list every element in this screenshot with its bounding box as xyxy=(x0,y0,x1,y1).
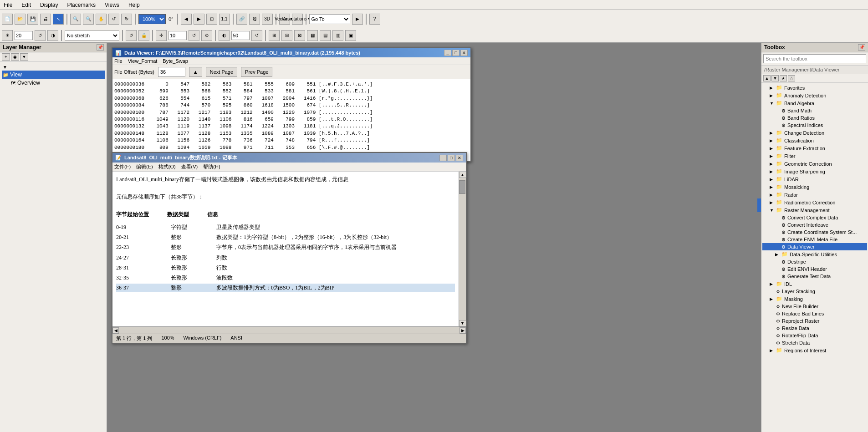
zoom-100-btn[interactable]: 1:1 xyxy=(219,14,230,25)
toolbox-filter[interactable]: ▶ 📁 Filter xyxy=(762,152,867,160)
np-menu-view[interactable]: 查看(V) xyxy=(181,163,198,170)
notepad-content[interactable]: Landsat8_OLI_multi_binary存储了一幅封装式遥感图像，该数… xyxy=(112,172,459,326)
toolbox-replace-bad-lines[interactable]: ⚙ Replace Bad Lines xyxy=(762,310,867,317)
tree-view-item[interactable]: 📁 View xyxy=(2,71,105,79)
open-btn[interactable]: 📂 xyxy=(15,14,26,25)
tree-collapse-all[interactable]: ▼ xyxy=(2,64,105,71)
pan-btn[interactable]: ✋ xyxy=(96,14,107,25)
toolbox-convert-complex[interactable]: ⚙ Convert Complex Data xyxy=(762,214,867,221)
dv-menu-file[interactable]: File xyxy=(114,58,123,64)
toolbox-classification[interactable]: ▶ 📁 Classification xyxy=(762,137,867,144)
data-viewer-minimize[interactable]: _ xyxy=(444,50,451,56)
toolbox-masking[interactable]: ▶ 📁 Masking xyxy=(762,295,867,303)
rotate-left-btn[interactable]: ↺ xyxy=(108,14,119,25)
toolbox-reproject-raster[interactable]: ⚙ Reproject Raster xyxy=(762,317,867,325)
brightness-input[interactable]: 20 xyxy=(15,31,33,40)
dv-menu-viewformat[interactable]: View_Format xyxy=(128,58,158,64)
lock-btn[interactable]: 🔒 xyxy=(138,30,149,41)
layout-btn7[interactable]: ▣ xyxy=(345,30,356,41)
next-view-btn[interactable]: ▶ xyxy=(194,14,204,25)
offset-spin-up[interactable]: ▲ xyxy=(189,67,202,77)
zoom-fit-btn[interactable]: ⊡ xyxy=(206,14,217,25)
save-btn[interactable]: 💾 xyxy=(27,14,38,25)
toolbox-search-input[interactable] xyxy=(763,54,866,63)
layout-btn5[interactable]: ▤ xyxy=(320,30,331,41)
toolbox-create-envi-meta[interactable]: ⚙ Create ENVI Meta File xyxy=(762,236,867,243)
toolbox-radar[interactable]: ▶ 📁 Radar xyxy=(762,191,867,198)
rotate-right-btn[interactable]: ↻ xyxy=(121,14,132,25)
reset-btn[interactable]: ⊙ xyxy=(201,30,212,41)
menu-views[interactable]: Views xyxy=(103,1,121,9)
layout-btn2[interactable]: ⊟ xyxy=(281,30,292,41)
toolbox-band-ratios[interactable]: ⚙ Band Ratios xyxy=(762,114,867,122)
toolbox-radiometric[interactable]: ▶ 📁 Radiometric Correction xyxy=(762,198,867,206)
toolbox-roi[interactable]: ▶ 📁 Regions of Interest xyxy=(762,346,867,354)
toolbox-geometric-correction[interactable]: ▶ 📁 Geometric Correction xyxy=(762,160,867,168)
np-menu-file[interactable]: 文件(F) xyxy=(114,163,131,170)
goto-btn[interactable]: ▶ xyxy=(352,14,363,25)
toolbox-idl[interactable]: ▶ 📁 IDL xyxy=(762,280,867,288)
toolbox-data-specific[interactable]: ▶ 📁 Data-Specific Utilities xyxy=(762,250,867,258)
next-page-btn[interactable]: Next Page xyxy=(206,67,237,77)
notepad-scrollbar[interactable]: ▲ ▼ xyxy=(459,172,466,326)
toolbox-change-detection[interactable]: ▶ 📁 Change Detection xyxy=(762,129,867,137)
layout-btn4[interactable]: ▦ xyxy=(307,30,318,41)
np-menu-help[interactable]: 帮助(H) xyxy=(203,163,220,170)
toolbox-anomaly[interactable]: ▶ 📁 Anomaly Detection xyxy=(762,91,867,99)
toolbox-lidar[interactable]: ▶ 📁 LiDAR xyxy=(762,175,867,183)
view3d-btn[interactable]: 3D xyxy=(262,14,273,25)
notepad-close[interactable]: ✕ xyxy=(456,155,463,161)
toolbox-spectral-indices[interactable]: ⚙ Spectral Indices xyxy=(762,122,867,129)
prev-view-btn[interactable]: ◀ xyxy=(181,14,192,25)
print-btn[interactable]: 🖨 xyxy=(40,14,51,25)
menu-edit[interactable]: Edit xyxy=(20,1,33,9)
link-btn[interactable]: 🔗 xyxy=(236,14,247,25)
offset-input[interactable] xyxy=(158,67,185,77)
hscroll-left-btn[interactable]: ◀ xyxy=(112,327,119,334)
dv-menu-byteswap[interactable]: Byte_Swap xyxy=(163,58,188,64)
toolbox-data-viewer[interactable]: ⚙ Data Viewer xyxy=(762,243,867,250)
toolbox-edit-envi-header[interactable]: ⚙ Edit ENVI Header xyxy=(762,265,867,273)
zoom-out-btn[interactable]: 🔍 xyxy=(83,14,94,25)
annotations-btn[interactable]: Annotations ▼ xyxy=(292,14,303,25)
toolbox-layer-stacking[interactable]: ⚙ Layer Stacking xyxy=(762,288,867,295)
notepad-titlebar[interactable]: 📝 Landsat8_OLI_multi_binary数据说明.txt - 记事… xyxy=(112,153,466,163)
refresh4-btn[interactable]: ↺ xyxy=(251,30,262,41)
brightness-btn[interactable]: ☀ xyxy=(2,30,13,41)
toolbox-resize-data[interactable]: ⚙ Resize Data xyxy=(762,325,867,332)
toolbox-raster-mgmt[interactable]: ▼ 📁 Raster Management xyxy=(762,206,867,214)
refresh3-btn[interactable]: ↺ xyxy=(189,30,199,41)
scroll-down-btn[interactable]: ▼ xyxy=(459,320,466,326)
scroll-up-btn[interactable]: ▲ xyxy=(459,172,466,178)
toolbox-feature-extraction[interactable]: ▶ 📁 Feature Extraction xyxy=(762,144,867,152)
stretch-select[interactable]: No stretch xyxy=(65,30,119,41)
unlink-btn[interactable]: ⛓ xyxy=(249,14,260,25)
toolbox-rotate-flip[interactable]: ⚙ Rotate/Flip Data xyxy=(762,332,867,339)
goto-select[interactable]: Go To xyxy=(309,14,350,24)
toolbox-nav-up[interactable]: ▲ xyxy=(763,75,771,81)
prev-page-btn[interactable]: Prev Page xyxy=(241,67,272,77)
layer-manager-pin[interactable]: 📌 xyxy=(97,44,104,51)
data-viewer-maximize[interactable]: □ xyxy=(452,50,460,56)
opacity-input[interactable]: 50 xyxy=(231,31,250,40)
layout-btn1[interactable]: ⊞ xyxy=(269,30,280,41)
opacity-btn[interactable]: ◐ xyxy=(219,30,230,41)
notepad-maximize[interactable]: □ xyxy=(448,155,455,161)
toolbox-nav-star[interactable]: ★ xyxy=(780,75,787,81)
toolbox-favorites[interactable]: ▶ 📁 Favorites xyxy=(762,84,867,91)
notepad-minimize[interactable]: _ xyxy=(439,155,447,161)
toolbox-destripe[interactable]: ⚙ Destripe xyxy=(762,258,867,265)
toolbox-nav-down[interactable]: ▼ xyxy=(771,75,779,81)
hscroll-right-btn[interactable]: ▶ xyxy=(460,327,466,334)
cursor2-btn[interactable]: ✛ xyxy=(156,30,167,41)
toolbox-band-math[interactable]: ⚙ Band Math xyxy=(762,107,867,114)
contrast-btn[interactable]: ◑ xyxy=(47,30,58,41)
toolbox-convert-interleave[interactable]: ⚙ Convert Interleave xyxy=(762,221,867,229)
menu-file[interactable]: File xyxy=(2,1,14,9)
scroll-thumb[interactable] xyxy=(459,180,465,194)
layout-btn6[interactable]: ▥ xyxy=(332,30,343,41)
tree-overview-item[interactable]: 🗺 Overview xyxy=(2,79,105,87)
toolbox-create-coord[interactable]: ⚙ Create Coordinate System St... xyxy=(762,229,867,236)
zoom-in-btn[interactable]: 🔍 xyxy=(70,14,81,25)
np-menu-format[interactable]: 格式(O) xyxy=(158,163,176,170)
